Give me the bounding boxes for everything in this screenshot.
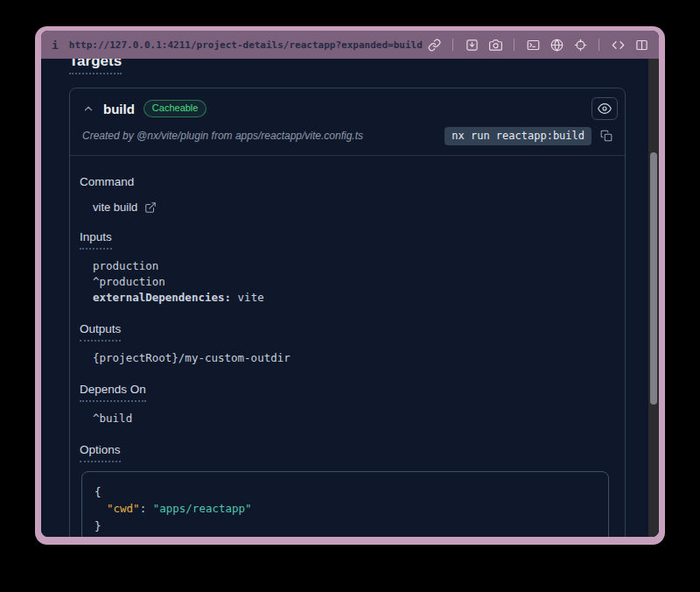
window-inner: i http://127.0.0.1:4211/project-details/… <box>41 31 659 537</box>
options-heading-text[interactable]: Options <box>80 441 121 462</box>
depends-on-heading: Depends On <box>80 381 611 402</box>
input-item: production <box>93 258 611 274</box>
divider <box>514 39 514 51</box>
inputs-heading-text[interactable]: Inputs <box>80 229 112 250</box>
titlebar-actions <box>427 38 648 52</box>
json-line: "cwd": "apps/reactapp" <box>94 500 596 517</box>
outputs-heading: Outputs <box>80 321 611 342</box>
page-title: Targets <box>69 59 626 74</box>
eye-icon <box>598 102 612 116</box>
depends-on-item: ^build <box>93 411 611 426</box>
run-command-chip: nx run reactapp:build <box>444 127 592 145</box>
view-in-graph-button[interactable] <box>592 97 618 120</box>
input-item: externalDependencies: vite <box>93 290 611 306</box>
json-key: "cwd" <box>107 502 140 515</box>
json-line: } <box>94 518 596 534</box>
options-heading: Options <box>80 441 611 462</box>
outputs-section: Outputs {projectRoot}/my-custom-outdir <box>80 321 611 366</box>
options-section: Options { "cwd": "apps/reactapp" } <box>80 441 611 537</box>
command-value: vite build <box>93 201 611 214</box>
page-content: Targets build Cacheable <box>41 59 648 537</box>
camera-icon[interactable] <box>488 38 502 52</box>
command-text: vite build <box>93 201 137 214</box>
chevron-up-icon[interactable] <box>82 102 94 115</box>
input-value: vite <box>238 291 264 304</box>
code-icon[interactable] <box>611 38 625 52</box>
depends-on-heading-text[interactable]: Depends On <box>80 381 146 402</box>
input-item: ^production <box>93 274 611 290</box>
json-line: { <box>94 483 596 500</box>
depends-on-section: Depends On ^build <box>80 381 611 426</box>
page-viewport: Targets build Cacheable <box>41 59 659 537</box>
json-colon: : <box>140 502 153 515</box>
titlebar: i http://127.0.0.1:4211/project-details/… <box>41 31 659 59</box>
scrollbar-track[interactable] <box>648 59 659 537</box>
targets-heading[interactable]: Targets <box>69 59 122 74</box>
build-card-body: Command vite build Inputs <box>70 156 625 537</box>
download-box-icon[interactable] <box>465 38 479 52</box>
external-link-icon[interactable] <box>144 201 157 214</box>
divider <box>598 39 599 51</box>
info-icon: i <box>52 39 59 52</box>
build-card-header[interactable]: build Cacheable <box>70 88 625 122</box>
copy-icon <box>600 130 612 142</box>
browser-window: i http://127.0.0.1:4211/project-details/… <box>35 26 665 545</box>
cacheable-badge: Cacheable <box>144 100 207 117</box>
command-heading: Command <box>80 173 611 191</box>
input-key: externalDependencies: <box>93 291 231 304</box>
terminal-icon[interactable] <box>526 38 540 52</box>
created-by-text: Created by @nx/vite/plugin from apps/rea… <box>82 130 444 142</box>
target-name: build <box>103 102 135 116</box>
command-section: Command vite build <box>80 173 611 214</box>
json-value: "apps/reactapp" <box>153 502 252 515</box>
split-view-icon[interactable] <box>634 38 648 52</box>
divider <box>452 39 453 51</box>
globe-icon[interactable] <box>550 38 564 52</box>
outputs-heading-text[interactable]: Outputs <box>80 321 121 342</box>
link-icon[interactable] <box>427 38 441 52</box>
copy-button[interactable] <box>597 126 616 145</box>
scrollbar-thumb[interactable] <box>650 152 657 405</box>
target-card-build: build Cacheable Created by @nx/vite/plug… <box>69 88 626 537</box>
build-card-subheader: Created by @nx/vite/plugin from apps/rea… <box>70 122 625 155</box>
inputs-heading: Inputs <box>80 229 611 250</box>
output-item: {projectRoot}/my-custom-outdir <box>93 350 611 366</box>
crosshair-icon[interactable] <box>573 38 587 52</box>
inputs-section: Inputs production ^production externalDe… <box>80 229 611 306</box>
url-input[interactable]: http://127.0.0.1:4211/project-details/re… <box>69 39 427 51</box>
options-json-block: { "cwd": "apps/reactapp" } <box>81 471 609 537</box>
